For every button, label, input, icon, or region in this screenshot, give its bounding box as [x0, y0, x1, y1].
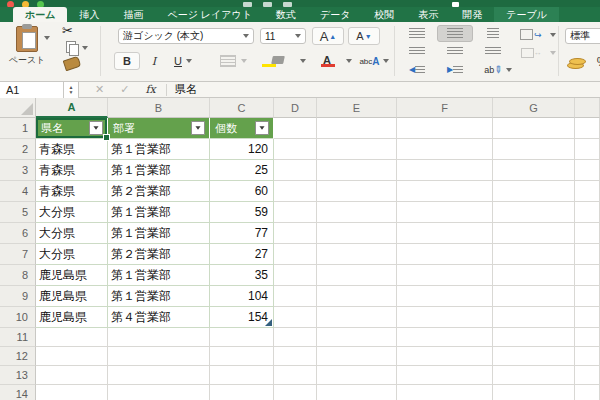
cell-E13[interactable]: [317, 366, 397, 385]
underline-dropdown-icon[interactable]: [186, 59, 192, 63]
filter-button-A[interactable]: [89, 121, 103, 135]
column-header-E[interactable]: E: [317, 98, 397, 118]
cell-B10[interactable]: 第４営業部: [108, 307, 210, 328]
cell-G3[interactable]: [493, 160, 575, 181]
cell-E1[interactable]: [317, 118, 397, 139]
underline-button[interactable]: U: [166, 52, 200, 70]
cell-C9[interactable]: 104: [210, 286, 274, 307]
cell-D1[interactable]: [274, 118, 317, 139]
cell-E9[interactable]: [317, 286, 397, 307]
cell-B3[interactable]: 第１営業部: [108, 160, 210, 181]
cell-C6[interactable]: 77: [210, 223, 274, 244]
cell-G4[interactable]: [493, 181, 575, 202]
cell-D5[interactable]: [274, 202, 317, 223]
cell-D7[interactable]: [274, 244, 317, 265]
cell-D8[interactable]: [274, 265, 317, 286]
cell-C2[interactable]: 120: [210, 139, 274, 160]
cell-D2[interactable]: [274, 139, 317, 160]
row-header-5[interactable]: 5: [0, 202, 36, 223]
row-header-14[interactable]: 14: [0, 385, 36, 400]
cell-H1[interactable]: [575, 118, 600, 139]
row-header-4[interactable]: 4: [0, 181, 36, 202]
filter-button-C[interactable]: [255, 121, 269, 135]
cell-E11[interactable]: [317, 328, 397, 347]
font-color-dropdown-icon[interactable]: [346, 59, 352, 63]
cell-F8[interactable]: [397, 265, 493, 286]
cell-G14[interactable]: [493, 385, 575, 400]
cell-A8[interactable]: 鹿児島県: [36, 265, 108, 286]
cell-F7[interactable]: [397, 244, 493, 265]
cell-H14[interactable]: [575, 385, 600, 400]
row-header-9[interactable]: 9: [0, 286, 36, 307]
enter-icon[interactable]: ✓: [120, 83, 129, 96]
cell-G13[interactable]: [493, 366, 575, 385]
tab-home[interactable]: ホーム: [13, 7, 67, 22]
row-header-11[interactable]: 11: [0, 328, 36, 347]
name-box-stepper[interactable]: ▲▼: [64, 82, 79, 98]
cell-E7[interactable]: [317, 244, 397, 265]
format-painter-icon[interactable]: [63, 56, 82, 71]
cell-F13[interactable]: [397, 366, 493, 385]
cell-A10[interactable]: 鹿児島県: [36, 307, 108, 328]
cell-B14[interactable]: [108, 385, 210, 400]
cell-F9[interactable]: [397, 286, 493, 307]
percent-style-button[interactable]: %: [590, 52, 600, 72]
tab-table[interactable]: テーブル: [494, 7, 559, 22]
row-header-6[interactable]: 6: [0, 223, 36, 244]
cell-H2[interactable]: [575, 139, 600, 160]
tab-page-layout[interactable]: ページ レイアウト: [155, 7, 263, 22]
fill-handle[interactable]: [103, 134, 110, 141]
cell-A11[interactable]: [36, 328, 108, 347]
cell-A13[interactable]: [36, 366, 108, 385]
cell-A14[interactable]: [36, 385, 108, 400]
cell-F14[interactable]: [397, 385, 493, 400]
row-header-7[interactable]: 7: [0, 244, 36, 265]
cell-D11[interactable]: [274, 328, 317, 347]
cell-F11[interactable]: [397, 328, 493, 347]
cell-A7[interactable]: 大分県: [36, 244, 108, 265]
cell-G10[interactable]: [493, 307, 575, 328]
row-header-1[interactable]: 1: [0, 118, 36, 139]
cell-H11[interactable]: [575, 328, 600, 347]
cell-H3[interactable]: [575, 160, 600, 181]
align-bottom-button[interactable]: [475, 25, 511, 42]
cell-A9[interactable]: 鹿児島県: [36, 286, 108, 307]
phonetic-button[interactable]: abc A: [356, 52, 392, 70]
filter-button-B[interactable]: [191, 121, 205, 135]
italic-button[interactable]: I: [142, 52, 166, 70]
cell-A12[interactable]: [36, 347, 108, 366]
cell-G8[interactable]: [493, 265, 575, 286]
column-header-G[interactable]: G: [493, 98, 575, 118]
cell-E2[interactable]: [317, 139, 397, 160]
cell-C3[interactable]: 25: [210, 160, 274, 181]
cell-G7[interactable]: [493, 244, 575, 265]
select-all-button[interactable]: [0, 98, 36, 118]
cell-H12[interactable]: [575, 347, 600, 366]
fill-color-button[interactable]: [258, 52, 298, 70]
cell-E10[interactable]: [317, 307, 397, 328]
cell-H9[interactable]: [575, 286, 600, 307]
increase-indent-button[interactable]: ▶: [437, 61, 473, 78]
grow-font-button[interactable]: A ▲: [312, 27, 344, 45]
cell-B8[interactable]: 第１営業部: [108, 265, 210, 286]
cell-F10[interactable]: [397, 307, 493, 328]
cell-E6[interactable]: [317, 223, 397, 244]
cell-B13[interactable]: [108, 366, 210, 385]
column-header-D[interactable]: D: [274, 98, 317, 118]
cell-E3[interactable]: [317, 160, 397, 181]
cell-D6[interactable]: [274, 223, 317, 244]
align-right-button[interactable]: [475, 43, 511, 58]
cell-D10[interactable]: [274, 307, 317, 328]
formula-bar-content[interactable]: 県名: [175, 82, 197, 97]
cell-E12[interactable]: [317, 347, 397, 366]
bold-button[interactable]: B: [114, 52, 140, 70]
font-size-combo[interactable]: 11: [260, 28, 306, 44]
cell-E8[interactable]: [317, 265, 397, 286]
tab-review[interactable]: 校閲: [362, 7, 406, 22]
cell-H7[interactable]: [575, 244, 600, 265]
paste-dropdown-icon[interactable]: [44, 36, 50, 40]
row-header-13[interactable]: 13: [0, 366, 36, 385]
column-header-A[interactable]: A: [36, 98, 108, 118]
cell-B11[interactable]: [108, 328, 210, 347]
name-box[interactable]: A1: [0, 82, 64, 98]
